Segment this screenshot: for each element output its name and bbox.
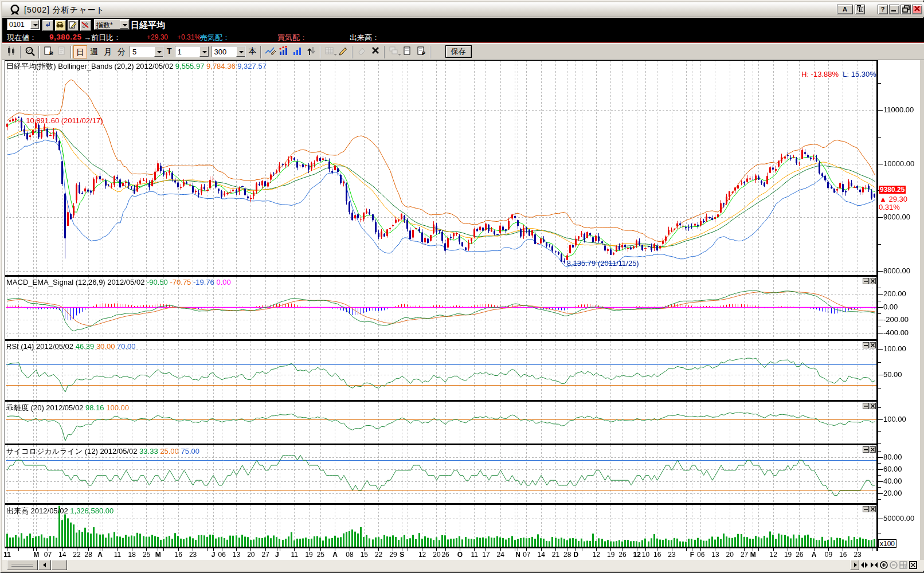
minute-combo-dropdown[interactable] xyxy=(154,46,163,57)
x-axis-label: 21 xyxy=(552,551,559,559)
grid-button[interactable] xyxy=(323,45,336,58)
arrows-updown-icon-wrap xyxy=(306,49,316,58)
scroll-right-button[interactable] xyxy=(850,560,859,570)
tick-combo[interactable]: 1 xyxy=(175,46,209,57)
x-axis-label: 20 xyxy=(726,551,734,559)
page1-button[interactable] xyxy=(401,45,414,58)
pane-close-button-macd[interactable] xyxy=(870,278,876,284)
close-chart-button[interactable] xyxy=(909,560,918,570)
box-x-icon-wrap xyxy=(909,563,918,571)
x-axis-label: 19 xyxy=(305,551,312,559)
low-annotation: 8,135.79 (2011/11/25) xyxy=(567,259,639,268)
indicator-button[interactable] xyxy=(277,45,291,58)
pencil-icon xyxy=(338,46,349,56)
header-segment: 25.00 xyxy=(160,447,179,456)
duplicate-window-button[interactable] xyxy=(855,5,865,14)
category-combo-dropdown[interactable] xyxy=(120,20,128,29)
expand-bars-button[interactable] xyxy=(860,560,869,570)
period-week-button[interactable]: 週 xyxy=(87,45,101,58)
bars-red-blue-icon xyxy=(279,46,289,56)
pane-minimize-button-psych[interactable] xyxy=(863,446,869,453)
candle-chart-button[interactable] xyxy=(5,45,18,58)
pencil-icon-wrap xyxy=(338,49,349,58)
eraser-button[interactable] xyxy=(355,45,369,58)
pane-minimize-button-rsi[interactable] xyxy=(863,342,869,348)
close-button[interactable] xyxy=(912,5,922,14)
search-button[interactable] xyxy=(55,20,66,31)
minimize-button[interactable] xyxy=(889,5,899,14)
scroll-left-button[interactable] xyxy=(38,560,51,570)
maximize-button[interactable] xyxy=(900,5,911,14)
period-month-button[interactable]: 月 xyxy=(101,45,115,58)
toolbar-separator xyxy=(71,46,72,58)
period-minute-button[interactable]: 分 xyxy=(115,45,128,58)
zoom-search-button[interactable] xyxy=(23,45,37,58)
delete-button[interactable] xyxy=(369,45,382,58)
bars-combo-dropdown[interactable] xyxy=(236,46,245,57)
scrollbar-thumb[interactable] xyxy=(52,560,67,570)
x-axis-label: 28 xyxy=(85,551,92,559)
pane-header-price: 日経平均(指数) Bollinger_Bands (20,2) 2012/05/… xyxy=(6,61,267,72)
doc-icon-wrap xyxy=(402,49,413,58)
font-button[interactable]: A xyxy=(837,5,853,14)
code-combo-dropdown[interactable] xyxy=(30,20,39,29)
enter-button[interactable] xyxy=(42,20,53,31)
pane-close-button-volume[interactable] xyxy=(870,506,876,512)
new-page-button[interactable]: P xyxy=(41,45,55,58)
period-day-button[interactable]: 日 xyxy=(73,45,87,58)
toolbar-separator xyxy=(430,46,431,58)
x-axis-label: 19 xyxy=(784,551,792,559)
x-axis-label: 13 xyxy=(711,551,719,559)
quote-row-2: 現在値： 9,380.25 →前日比： +29.30 +0.31% 売気配： 買… xyxy=(2,32,924,42)
code-combo[interactable]: 0101 xyxy=(7,19,40,30)
trendline-button[interactable] xyxy=(263,45,277,58)
x-axis-label: F xyxy=(690,551,694,559)
help-button[interactable]: ? xyxy=(878,5,888,14)
y-axis-label: 200.00 xyxy=(883,289,906,298)
toolbar-spacer xyxy=(2,44,5,44)
triangles-in-icon-wrap xyxy=(870,563,879,571)
x-axis-label: 20 xyxy=(247,551,255,559)
x-axis-label: 25 xyxy=(317,551,324,559)
header-segment: 9,555.97 xyxy=(175,62,205,70)
pane-minimize-button-kairi[interactable] xyxy=(863,403,869,409)
no-draw-button[interactable] xyxy=(80,20,91,31)
zoom-out-button[interactable] xyxy=(889,560,898,570)
x-axis-label: J xyxy=(212,551,216,559)
category-combo[interactable]: 指数* xyxy=(94,19,130,30)
pane-close-button-kairi[interactable] xyxy=(870,403,876,409)
scrollbar-grip[interactable] xyxy=(7,560,38,570)
zoom-in-button[interactable] xyxy=(879,560,888,570)
magnifier-icon-wrap xyxy=(25,49,35,58)
close-icon xyxy=(871,448,875,452)
tick-combo-dropdown[interactable] xyxy=(199,46,209,57)
x-axis-label: 09 xyxy=(825,551,832,559)
volume-chart-button[interactable] xyxy=(291,45,304,58)
copy-page-button[interactable] xyxy=(55,45,69,58)
title-bar[interactable]: [5002] 分析チャート A ? xyxy=(2,2,924,17)
page2-button[interactable]: P xyxy=(414,45,428,58)
edit-button[interactable] xyxy=(68,20,79,31)
minute-combo[interactable]: 5 xyxy=(130,46,164,57)
x-axis-label: 23 xyxy=(853,551,861,559)
draw-button[interactable] xyxy=(336,45,350,58)
toolbar-separator xyxy=(38,46,40,58)
pane-close-button-rsi[interactable] xyxy=(870,342,876,348)
quote-row-1: 0101 指数* 日経平均 xyxy=(2,19,924,30)
shrink-bars-button[interactable] xyxy=(870,560,879,570)
y-axis-label: 8000.00 xyxy=(883,266,910,275)
current-price-value: 9,380.25 xyxy=(49,33,82,41)
bars-combo[interactable]: 300 xyxy=(212,46,246,57)
pane-minimize-button-volume[interactable] xyxy=(863,506,869,512)
layout-button[interactable] xyxy=(899,560,908,570)
cascade-button[interactable] xyxy=(387,45,401,58)
pane-close-button-psych[interactable] xyxy=(870,446,876,453)
updown-button[interactable] xyxy=(304,45,318,58)
pane-minimize-button-macd[interactable] xyxy=(863,278,869,284)
binoculars-icon xyxy=(56,21,64,29)
window-grid-icon-wrap xyxy=(899,563,908,571)
chart-canvas[interactable] xyxy=(2,60,924,560)
save-button[interactable]: 保存 xyxy=(445,45,472,58)
x-axis-label: 11 xyxy=(471,551,477,559)
x-axis-label: 26 xyxy=(441,551,449,559)
